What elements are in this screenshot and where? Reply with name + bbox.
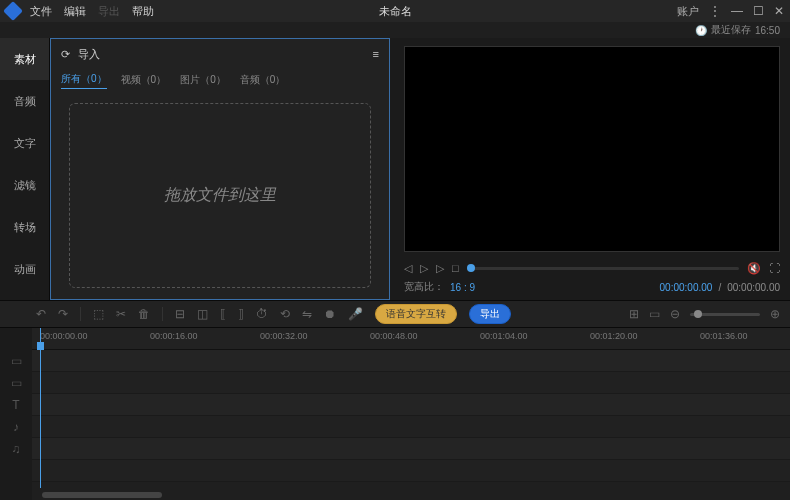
prev-frame-button[interactable]: ◁	[404, 262, 412, 275]
track-headers: ▭ ▭ T ♪ ♫	[0, 328, 32, 500]
media-tab-all[interactable]: 所有（0）	[61, 72, 107, 89]
fullscreen-icon[interactable]: ⛶	[769, 262, 780, 274]
track-audio-icon[interactable]: ♪	[0, 416, 32, 438]
speed-icon[interactable]: ⏱	[256, 307, 268, 321]
cut-icon[interactable]: ✂	[116, 307, 126, 321]
close-button[interactable]: ✕	[774, 4, 784, 18]
clock-icon: 🕐	[695, 25, 707, 36]
timeline-track[interactable]	[32, 438, 790, 460]
zoom-slider[interactable]	[690, 313, 760, 316]
speech-to-text-button[interactable]: 语音文字互转	[375, 304, 457, 324]
media-tab-image[interactable]: 图片（0）	[180, 73, 226, 87]
track-text-icon[interactable]: T	[0, 394, 32, 416]
timeline: ▭ ▭ T ♪ ♫ 00:00:00.00 00:00:16.00 00:00:…	[0, 328, 790, 500]
ruler-tick: 00:00:16.00	[150, 331, 198, 341]
sidebar-item-audio[interactable]: 音频	[0, 80, 49, 122]
app-logo-icon	[3, 1, 23, 21]
track-overlay-icon[interactable]: ▭	[0, 372, 32, 394]
time-ruler[interactable]: 00:00:00.00 00:00:16.00 00:00:32.00 00:0…	[32, 328, 790, 350]
save-label: 最近保存	[711, 23, 751, 37]
sidebar-item-animation[interactable]: 动画	[0, 248, 49, 290]
timeline-track[interactable]	[32, 350, 790, 372]
sidebar: 素材 音频 文字 滤镜 转场 动画	[0, 38, 50, 300]
split-icon[interactable]: ⊟	[175, 307, 185, 321]
delete-icon[interactable]: 🗑	[138, 307, 150, 321]
stop-button[interactable]: □	[452, 262, 459, 274]
sidebar-item-filter[interactable]: 滤镜	[0, 164, 49, 206]
menu-help[interactable]: 帮助	[132, 4, 154, 19]
window-title: 未命名	[379, 4, 412, 19]
sidebar-item-transition[interactable]: 转场	[0, 206, 49, 248]
redo-icon[interactable]: ↷	[58, 307, 68, 321]
maximize-button[interactable]: ☐	[753, 4, 764, 18]
menu-export[interactable]: 导出	[98, 4, 120, 19]
list-view-icon[interactable]: ≡	[373, 48, 379, 60]
select-icon[interactable]: ⬚	[93, 307, 104, 321]
media-tab-video[interactable]: 视频（0）	[121, 73, 167, 87]
media-tab-audio[interactable]: 音频（0）	[240, 73, 286, 87]
playhead[interactable]	[40, 328, 41, 488]
next-frame-button[interactable]: ▷	[436, 262, 444, 275]
ruler-tick: 00:01:20.00	[590, 331, 638, 341]
save-status-bar: 🕐 最近保存 16:50	[0, 22, 790, 38]
rotate-icon[interactable]: ⟲	[280, 307, 290, 321]
preview-viewport[interactable]	[404, 46, 780, 252]
record-icon[interactable]: ⏺	[324, 307, 336, 321]
menu-bar: 文件 编辑 导出 帮助	[30, 4, 154, 19]
timeline-body[interactable]: 00:00:00.00 00:00:16.00 00:00:32.00 00:0…	[32, 328, 790, 500]
preview-seek-slider[interactable]	[467, 267, 739, 270]
sidebar-item-media[interactable]: 素材	[0, 38, 49, 80]
title-bar: 文件 编辑 导出 帮助 未命名 账户 ⋮ — ☐ ✕	[0, 0, 790, 22]
import-button[interactable]: 导入	[78, 47, 100, 62]
menu-edit[interactable]: 编辑	[64, 4, 86, 19]
track-video-icon[interactable]: ▭	[0, 350, 32, 372]
timeline-track[interactable]	[32, 372, 790, 394]
timeline-toolbar: ↶ ↷ ⬚ ✂ 🗑 ⊟ ◫ ⟦ ⟧ ⏱ ⟲ ⇋ ⏺ 🎤 语音文字互转 导出 ⊞ …	[0, 300, 790, 328]
mark-in-icon[interactable]: ⟦	[220, 307, 226, 321]
ruler-tick: 00:01:36.00	[700, 331, 748, 341]
zoom-out-icon[interactable]: ⊖	[670, 307, 680, 321]
drop-hint-text: 拖放文件到这里	[164, 185, 276, 206]
volume-icon[interactable]: 🔇	[747, 262, 761, 275]
drop-zone[interactable]: 拖放文件到这里	[69, 103, 371, 288]
ruler-tick: 00:00:00.00	[40, 331, 88, 341]
time-total: 00:00:00.00	[727, 282, 780, 293]
mark-out-icon[interactable]: ⟧	[238, 307, 244, 321]
timeline-track[interactable]	[32, 394, 790, 416]
ruler-tick: 00:00:48.00	[370, 331, 418, 341]
timeline-scrollbar[interactable]	[42, 492, 162, 498]
minimize-button[interactable]: —	[731, 4, 743, 18]
media-panel: ⟳ 导入 ≡ 所有（0） 视频（0） 图片（0） 音频（0） 拖放文件到这里	[50, 38, 390, 300]
ratio-value[interactable]: 16 : 9	[450, 282, 475, 293]
mirror-icon[interactable]: ⇋	[302, 307, 312, 321]
timeline-track[interactable]	[32, 460, 790, 482]
ratio-label: 宽高比：	[404, 280, 444, 294]
time-separator: /	[718, 282, 721, 293]
more-icon[interactable]: ⋮	[709, 4, 721, 18]
account-link[interactable]: 账户	[677, 4, 699, 19]
undo-icon[interactable]: ↶	[36, 307, 46, 321]
menu-file[interactable]: 文件	[30, 4, 52, 19]
track-music-icon[interactable]: ♫	[0, 438, 32, 460]
zoom-in-icon[interactable]: ⊕	[770, 307, 780, 321]
ruler-tick: 00:00:32.00	[260, 331, 308, 341]
play-button[interactable]: ▷	[420, 262, 428, 275]
ruler-tick: 00:01:04.00	[480, 331, 528, 341]
save-time: 16:50	[755, 25, 780, 36]
mic-icon[interactable]: 🎤	[348, 307, 363, 321]
sidebar-item-text[interactable]: 文字	[0, 122, 49, 164]
import-icon[interactable]: ⟳	[61, 48, 70, 61]
fit-icon[interactable]: ▭	[649, 307, 660, 321]
export-button[interactable]: 导出	[469, 304, 511, 324]
snap-icon[interactable]: ⊞	[629, 307, 639, 321]
preview-panel: ◁ ▷ ▷ □ 🔇 ⛶ 宽高比： 16 : 9 00:00:00.00 / 00…	[390, 38, 790, 300]
time-current: 00:00:00.00	[660, 282, 713, 293]
timeline-track[interactable]	[32, 416, 790, 438]
crop-icon[interactable]: ◫	[197, 307, 208, 321]
